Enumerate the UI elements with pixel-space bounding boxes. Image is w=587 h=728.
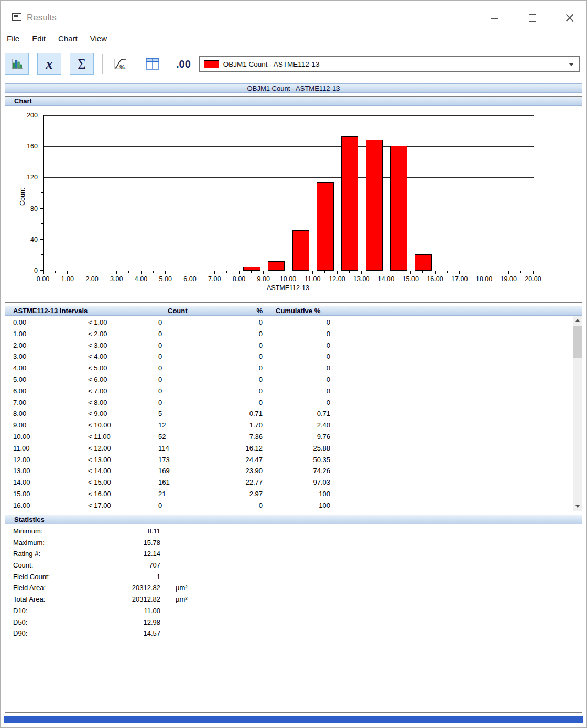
cell-from: 15.00 [13, 488, 30, 500]
cell-percent: 7.36 [204, 431, 263, 443]
cell-from: 14.00 [13, 477, 30, 488]
table-row[interactable]: 12.00< 13.0017324.4750.35 [5, 454, 573, 466]
stat-value: 707 [82, 560, 160, 571]
cell-cumulative: 74.26 [257, 465, 330, 477]
stat-value: 20312.82 [82, 594, 160, 605]
table-row[interactable]: 0.00< 1.00000 [5, 317, 573, 328]
cell-percent: 16.12 [204, 443, 263, 454]
minimize-icon[interactable] [491, 18, 498, 19]
table-scrollbar[interactable] [573, 316, 582, 511]
x-axis: 0.001.002.003.004.005.006.007.008.009.00… [43, 271, 534, 285]
x-tick-14.00 [386, 271, 386, 274]
table-row[interactable]: 9.00< 10.00121.702.40 [5, 420, 573, 431]
table-row[interactable]: 7.00< 8.00000 [5, 397, 573, 409]
scroll-up-icon[interactable] [573, 316, 582, 325]
x-minor-tick-7.5 [226, 271, 227, 273]
percent-curve-icon: % [113, 57, 127, 71]
cell-percent: 0 [204, 500, 263, 511]
cell-count: 114 [158, 443, 169, 454]
menu-view[interactable]: View [90, 31, 107, 47]
x-minor-tick-5.5 [178, 271, 178, 273]
scrollbar-thumb[interactable] [573, 326, 582, 358]
statistics-panel: Statistics Minimum:8.11Maximum:15.78Rati… [5, 515, 582, 713]
cell-percent: 0 [204, 317, 263, 328]
scroll-down-icon[interactable] [573, 502, 582, 511]
x-minor-tick-19.5 [520, 271, 521, 273]
chart-tool-button[interactable] [5, 53, 29, 75]
cell-cumulative: 25.88 [257, 443, 330, 454]
menu-chart[interactable]: Chart [58, 31, 78, 47]
cell-count: 0 [158, 500, 162, 511]
table-row[interactable]: 16.00< 17.0000100 [5, 500, 573, 511]
gridline-y-80 [44, 209, 534, 209]
cell-to: < 10.00 [88, 420, 111, 431]
sum-tool-button[interactable]: Σ [70, 53, 94, 75]
table-header-row: ASTME112-13 Intervals Count % Cumulative… [5, 306, 582, 316]
cumulative-percent-tool-button[interactable]: % [108, 53, 132, 75]
cell-cumulative: 100 [257, 488, 330, 500]
cell-cumulative: 100 [257, 500, 330, 511]
x-tick-label-5.00: 5.00 [154, 275, 177, 283]
cell-count: 173 [158, 454, 170, 466]
cell-to: < 3.00 [88, 340, 107, 351]
bar-8-9 [243, 267, 260, 271]
chevron-down-icon[interactable] [569, 63, 574, 66]
x-minor-tick-4.5 [153, 271, 154, 273]
stat-label: Field Count: [13, 571, 50, 583]
menu-file[interactable]: File [7, 31, 19, 47]
table-row[interactable]: 15.00< 16.00212.97100 [5, 488, 573, 500]
gridline-y-160 [44, 146, 534, 147]
x-tick-16.00 [435, 271, 436, 274]
stat-row: Maximum:15.78 [5, 537, 582, 549]
stat-value: 1 [82, 571, 160, 583]
cell-count: 5 [158, 408, 162, 420]
cell-count: 0 [158, 386, 162, 397]
table-row[interactable]: 5.00< 6.00000 [5, 374, 573, 386]
table-row[interactable]: 2.00< 3.00000 [5, 340, 573, 351]
stat-label: D50: [13, 617, 27, 628]
table-row[interactable]: 8.00< 9.0050.710.71 [5, 408, 573, 420]
stat-row: D10:11.00 [5, 605, 582, 617]
app-icon [12, 13, 21, 21]
table-row[interactable]: 1.00< 2.00000 [5, 328, 573, 340]
table-row[interactable]: 3.00< 4.00000 [5, 351, 573, 362]
close-icon[interactable] [564, 13, 575, 23]
stat-row: Field Count:1 [5, 571, 582, 583]
x-tick-label-9.00: 9.00 [252, 275, 275, 283]
x-tick-label-8.00: 8.00 [227, 275, 251, 283]
cell-from: 8.00 [13, 408, 26, 420]
table-row[interactable]: 6.00< 7.00000 [5, 386, 573, 397]
cell-count: 12 [158, 420, 166, 431]
x-minor-tick-1.5 [80, 271, 80, 273]
table-row[interactable]: 14.00< 15.0016122.7797.03 [5, 477, 573, 488]
maximize-icon[interactable] [529, 14, 536, 22]
cell-from: 4.00 [13, 362, 26, 374]
title-bar: Results [1, 1, 586, 31]
stat-label: D90: [13, 628, 27, 639]
stat-row: Field Area:20312.82µm² [5, 582, 582, 594]
result-selector-combo[interactable]: OBJM1 Count - ASTME112-13 [199, 56, 580, 72]
chart-region: Count 04080120160200 0.001.002.003.004.0… [5, 106, 582, 302]
x-tick-11.00 [312, 271, 313, 274]
table-row[interactable]: 13.00< 14.0016923.9074.26 [5, 465, 573, 477]
x-axis-title: ASTME112-13 [43, 284, 533, 292]
table-columns-tool-button[interactable] [140, 53, 165, 75]
decimal-places-button[interactable]: .00 [176, 53, 191, 75]
y-tick-label-80: 80 [30, 205, 38, 212]
x-values-tool-button[interactable]: x [37, 53, 61, 75]
table-row[interactable]: 10.00< 11.00527.369.76 [5, 431, 573, 443]
cell-to: < 14.00 [88, 465, 111, 477]
x-tick-4.00 [141, 271, 142, 274]
x-tick-17.00 [459, 271, 460, 274]
menu-edit[interactable]: Edit [32, 31, 46, 47]
x-minor-tick-0.5 [55, 271, 56, 273]
x-minor-tick-6.5 [202, 271, 202, 273]
cell-from: 12.00 [13, 454, 30, 466]
y-axis: 04080120160200 [5, 115, 43, 271]
header-cumulative-percent: Cumulative % [276, 306, 320, 315]
table-row[interactable]: 4.00< 5.00000 [5, 362, 573, 374]
cell-cumulative: 0 [257, 386, 330, 397]
table-row[interactable]: 11.00< 12.0011416.1225.88 [5, 443, 573, 454]
stat-label: Count: [13, 560, 33, 571]
stat-row: D90:14.57 [5, 628, 582, 639]
